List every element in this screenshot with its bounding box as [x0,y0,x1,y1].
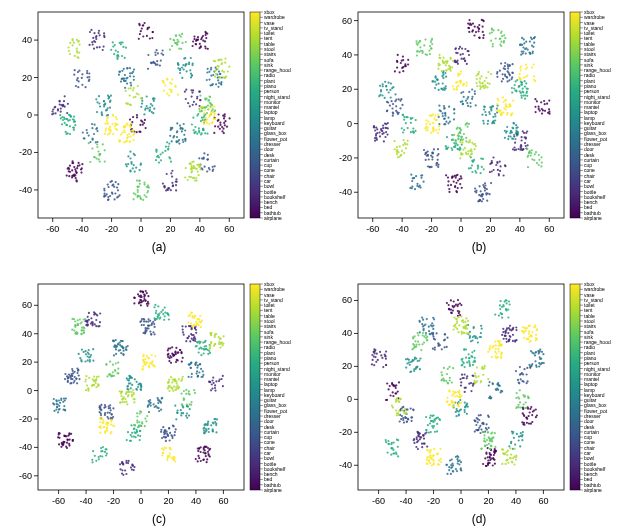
svg-point-3343 [417,448,419,450]
svg-point-1526 [504,130,506,132]
svg-point-2762 [131,432,133,434]
svg-point-3042 [192,315,194,317]
svg-point-735 [133,87,135,89]
svg-point-2122 [144,294,146,296]
svg-point-3592 [536,366,538,368]
svg-point-600 [73,116,75,118]
svg-point-2340 [64,373,66,375]
svg-point-1176 [503,174,505,176]
svg-point-320 [151,62,153,64]
svg-point-2962 [92,378,94,380]
svg-point-160 [93,40,95,42]
svg-point-2347 [70,378,72,380]
svg-point-781 [191,161,193,163]
svg-point-3984 [464,321,466,323]
svg-point-2163 [207,451,209,453]
svg-point-1536 [507,138,509,140]
svg-point-1558 [378,95,380,97]
svg-point-1307 [502,78,504,80]
svg-point-2849 [83,330,85,332]
svg-point-2760 [130,440,132,442]
svg-point-2475 [190,361,192,363]
svg-point-3578 [530,350,532,352]
svg-point-2119 [142,291,144,293]
svg-point-508 [96,111,98,113]
svg-text:20: 20 [22,357,32,367]
svg-point-3337 [415,446,417,448]
svg-point-3691 [417,360,419,362]
svg-point-2779 [115,362,117,364]
svg-point-3780 [392,452,394,454]
svg-point-180 [55,112,57,114]
svg-point-1828 [462,149,464,151]
svg-point-3613 [432,332,434,334]
svg-point-2637 [89,359,91,361]
svg-point-3067 [166,459,168,461]
svg-point-3484 [478,414,480,416]
svg-point-76 [205,47,207,49]
svg-point-91 [218,113,220,115]
svg-point-300 [88,76,90,78]
svg-point-275 [207,158,209,160]
svg-point-2630 [89,356,91,358]
svg-text:-20: -20 [105,224,118,234]
svg-point-2629 [87,355,89,357]
svg-point-2338 [68,373,70,375]
svg-point-535 [166,141,168,143]
svg-point-253 [111,184,113,186]
svg-point-3848 [446,373,448,375]
svg-point-3003 [143,360,145,362]
svg-point-2692 [159,316,161,318]
svg-point-3967 [515,459,517,461]
svg-point-3021 [110,432,112,434]
svg-point-1350 [486,200,488,202]
svg-point-1641 [414,130,416,132]
svg-point-642 [139,183,141,185]
svg-point-3048 [200,326,202,328]
svg-point-2796 [189,393,191,395]
svg-point-433 [153,108,155,110]
svg-point-1652 [403,119,405,121]
svg-point-3844 [441,378,443,380]
svg-point-1459 [444,115,446,117]
svg-point-3477 [411,416,413,418]
svg-point-1431 [520,54,522,56]
svg-point-1313 [401,104,403,106]
svg-point-2749 [127,431,129,433]
svg-point-3987 [460,315,462,317]
svg-point-715 [207,100,209,102]
svg-point-2216 [175,347,177,349]
svg-point-196 [171,182,173,184]
svg-point-1883 [497,98,499,100]
svg-point-73 [207,48,209,50]
svg-point-2276 [127,462,129,464]
svg-point-4041 [459,396,461,398]
svg-point-3620 [418,320,420,322]
svg-point-633 [137,191,139,193]
svg-point-3364 [423,435,425,437]
svg-point-2315 [182,329,184,331]
svg-point-2382 [160,431,162,433]
svg-point-3062 [191,325,193,327]
svg-point-3331 [508,340,510,342]
svg-point-2786 [186,404,188,406]
svg-point-497 [181,77,183,79]
svg-point-1595 [456,148,458,150]
svg-point-599 [61,123,63,125]
svg-point-1638 [412,127,414,129]
scatter-b: -60-40-200204060-40-200204060xboxwardrob… [324,4,634,240]
svg-point-2613 [186,417,188,419]
svg-point-276 [206,170,208,172]
svg-point-3480 [402,417,404,419]
svg-point-1050 [544,110,546,112]
svg-point-1969 [457,85,459,87]
svg-point-2452 [196,370,198,372]
svg-point-1741 [463,133,465,135]
svg-point-1507 [434,87,436,89]
svg-point-283 [85,86,87,88]
svg-point-134 [75,177,77,179]
svg-point-3815 [525,401,527,403]
svg-point-3567 [534,360,536,362]
svg-rect-4147 [570,284,580,490]
svg-point-1454 [445,121,447,123]
